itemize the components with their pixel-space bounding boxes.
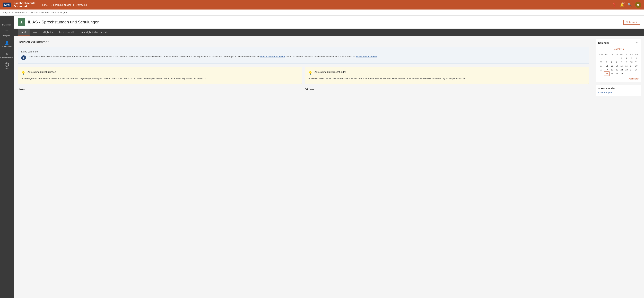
calendar-subscribe-row: Abonnieren [598,77,639,80]
right-sidebar: Kalender ▾ ‹ Feb 2024 ▾ › [593,36,644,298]
breadcrumb-magazin[interactable]: Magazin [3,11,11,14]
sprechstunden-link[interactable]: ILIAS Support [598,91,612,94]
dashboard-icon: ⊞ [6,19,8,23]
page-title: ILIAS - Sprechstunden und Schulungen [28,20,100,24]
cal-day-6[interactable]: 6 [609,60,614,64]
cal-day-3[interactable]: 3 [629,56,634,60]
cal-day-29[interactable]: 29 [619,72,624,76]
cal-day-16[interactable]: 16 [624,64,629,68]
cal-day-5[interactable]: 5 [604,60,610,64]
cal-week-05: 05 1 2 3 4 [598,56,639,60]
cal-kw-06: 06 [598,60,604,64]
cal-day-8[interactable]: 8 [619,60,624,64]
course-icon-symbol: ▲ [19,20,24,24]
aktionen-button[interactable]: Aktionen ▼ [624,20,640,25]
sidebar-item-kommunikation[interactable]: ✉ Kommunikation [0,50,14,60]
cal-day-19[interactable]: 19 [604,68,610,72]
notifications-button[interactable]: 🔔 1 [620,3,624,7]
info-icon: i [23,56,24,59]
info-box-text-row: i über diesen Kurs wollen wir Hilfestell… [21,55,586,60]
cal-day-11[interactable]: 11 [634,60,639,64]
cal-day-empty-6 [634,72,639,76]
sidebar: ⊞ Dashboard ☰ Magazin 👤 Arbeitsraum ✉ Ko… [0,16,14,298]
cal-day-2[interactable]: 2 [624,56,629,60]
cal-day-18[interactable]: 18 [634,64,639,68]
tab-info[interactable]: Info [30,29,40,36]
cal-day-9[interactable]: 9 [624,60,629,64]
cal-header-fr: Fr [624,53,629,56]
calendar-month-button[interactable]: Feb 2024 ▾ [611,47,626,51]
yellow-box-schulungen: 💡 Anmeldung zu Schulungen Schulungen buc… [18,67,302,84]
sidebar-item-hilfe[interactable]: ? Hilfe [0,61,14,71]
calendar-next-button[interactable]: › [628,48,628,50]
content-area: ▲ ILIAS - Sprechstunden und Schulungen A… [14,16,644,298]
cal-day-23[interactable]: 23 [624,68,629,72]
calendar-title: Kalender [598,41,609,44]
cal-week-06: 06 5 6 7 8 9 10 11 [598,60,639,64]
cal-week-08: 08 19 20 21 22 23 24 25 [598,68,639,72]
yellow-box-title-schulungen: Anmeldung zu Schulungen [28,71,56,73]
cal-day-21[interactable]: 21 [614,68,619,72]
calendar-header-row: Kalender ▾ [598,41,639,45]
cal-day-14[interactable]: 14 [614,64,619,68]
help-button[interactable]: ❓ [612,3,616,7]
cal-day-26-today[interactable]: 26 [604,72,610,76]
breadcrumb-sep-1: › [12,11,13,14]
header-icons: ❓ 🔔 1 🔍 te [612,2,641,8]
cal-day-24[interactable]: 24 [629,68,634,72]
welcome-heading: Herzlich Willkommen! [18,40,589,44]
cal-day-12[interactable]: 12 [604,64,610,68]
tab-inhalt[interactable]: Inhalt [18,29,30,36]
cal-day-13[interactable]: 13 [609,64,614,68]
cal-day-27[interactable]: 27 [609,72,614,76]
sidebar-label-hilfe: Hilfe [5,67,9,69]
page-header-left: ▲ ILIAS - Sprechstunden und Schulungen [18,18,100,26]
cal-day-empty-1 [604,56,610,60]
calendar-subscribe-link[interactable]: Abonnieren [629,78,639,80]
lightbulb-icon-sprechstunden: 💡 [308,71,312,75]
cal-kw-08: 08 [598,68,604,72]
yellow-box-header-sprechstunden: 💡 Anmeldung zu Sprechstunden [308,71,586,75]
cal-day-1[interactable]: 1 [619,56,624,60]
tab-lernfortschritt[interactable]: Lernfortschritt [56,29,77,36]
calendar-expand-button[interactable]: ▾ [635,41,639,45]
cal-day-7[interactable]: 7 [614,60,619,64]
links-heading: Links [18,88,301,91]
email-support-link[interactable]: support@fh-dortmund.de [260,55,285,58]
tab-mitglieder[interactable]: Mitglieder [40,29,56,36]
cal-day-10[interactable]: 10 [629,60,634,64]
cal-week-09: 09 26 27 28 29 [598,72,639,76]
user-avatar[interactable]: te [635,2,641,8]
sidebar-item-arbeitsraum[interactable]: 👤 Arbeitsraum [0,39,14,49]
cal-day-25[interactable]: 25 [634,68,639,72]
hilfe-icon: ? [5,62,9,66]
bottom-sections: Links Videos [18,88,589,93]
email-ilias-link[interactable]: ilias@fh-dortmund.de [356,55,377,58]
tab-kursmitgliedschaft[interactable]: Kursmitgliedschaft beenden [77,29,112,36]
search-button[interactable]: 🔍 [628,3,632,7]
links-section: Links [18,88,301,93]
sidebar-item-dashboard[interactable]: ⊞ Dashboard [0,17,14,27]
cal-kw-07: 07 [598,64,604,68]
info-icon-circle: i [21,55,26,60]
breadcrumb-dozierende[interactable]: Dozierende [14,11,25,14]
cal-day-empty-5 [629,72,634,76]
cal-day-20[interactable]: 20 [609,68,614,72]
calendar-nav-row: ‹ Feb 2024 ▾ › [598,47,639,51]
yellow-box-text-sprechstunden: Sprechstunden buchen Sie bitte rechts üb… [308,77,586,80]
main-layout: ⊞ Dashboard ☰ Magazin 👤 Arbeitsraum ✉ Ko… [0,16,644,298]
calendar-prev-button[interactable]: ‹ [609,48,610,50]
cal-day-22[interactable]: 22 [619,68,624,72]
calendar-month-chevron: ▾ [623,48,624,50]
cal-day-28[interactable]: 28 [614,72,619,76]
cal-header-mi: Mi [614,53,619,56]
cal-day-4[interactable]: 4 [634,56,639,60]
cal-day-15[interactable]: 15 [619,64,624,68]
cal-day-17[interactable]: 17 [629,64,634,68]
breadcrumb: Magazin › Dozierende › ILIAS - Sprechstu… [0,9,644,16]
ilias-logo: ILIAS [3,2,11,7]
cal-header-so: So [634,53,639,56]
sidebar-item-magazin[interactable]: ☰ Magazin [0,28,14,38]
sidebar-label-arbeitsraum: Arbeitsraum [2,45,12,47]
sidebar-label-kommunikation: Kommunikation [0,56,13,58]
